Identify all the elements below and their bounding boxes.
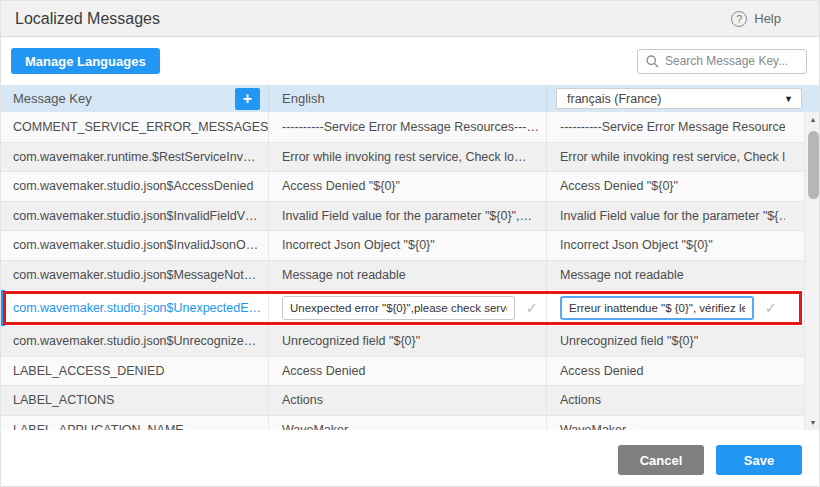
english-value-cell: Invalid Field value for the parameter "$… — [269, 202, 547, 231]
manage-languages-button[interactable]: Manage Languages — [11, 48, 160, 74]
table-row[interactable]: com.wavemaker.studio.json$UnexpectedE…✓✓ — [1, 289, 820, 326]
language-select[interactable]: français (France) ▼ — [556, 88, 802, 109]
message-key-cell: com.wavemaker.studio.json$UnexpectedE… — [1, 290, 269, 326]
table-row[interactable]: LABEL_ACCESS_DENIEDAccess DeniedAccess D… — [1, 356, 820, 386]
french-value-cell: Error while invoking rest service, Check… — [547, 143, 785, 172]
english-value-cell: WaveMaker — [269, 416, 547, 431]
french-value-cell: ----------Service Error Message Resource… — [547, 112, 785, 142]
table-row[interactable]: COMMENT_SERVICE_ERROR_MESSAGES----------… — [1, 112, 820, 142]
key-column-header-cell: Message Key + — [1, 85, 269, 112]
french-value-cell: Invalid Field value for the parameter "$… — [547, 202, 785, 231]
english-column-header-cell: English — [269, 85, 547, 112]
scroll-down-button[interactable]: ▼ — [805, 415, 820, 430]
rows-container: COMMENT_SERVICE_ERROR_MESSAGES----------… — [1, 112, 820, 430]
english-value-cell: Unrecognized field "${0}" — [269, 327, 547, 356]
french-value-cell: Unrecognized field "${0}" — [547, 327, 785, 356]
english-value-cell: Error while invoking rest service, Check… — [269, 143, 547, 172]
table-row[interactable]: com.wavemaker.studio.json$Unrecognize…Un… — [1, 326, 820, 356]
french-edit-input[interactable] — [560, 296, 754, 320]
table-row[interactable]: LABEL_APPLICATION_NAMEWaveMakerWaveMaker — [1, 415, 820, 431]
table-header: Message Key + English français (France) … — [1, 85, 820, 112]
title-bar: Localized Messages ? Help — [1, 1, 820, 37]
message-key-cell: com.wavemaker.studio.json$AccessDenied — [1, 172, 269, 201]
french-value-cell: Message not readable — [547, 261, 785, 290]
scroll-up-button[interactable]: ▲ — [805, 112, 820, 127]
french-value-cell: Access Denied — [547, 357, 785, 386]
english-value-cell: Actions — [269, 386, 547, 415]
table-row[interactable]: com.wavemaker.studio.json$MessageNot…Mes… — [1, 260, 820, 290]
english-column-header: English — [282, 91, 325, 106]
localized-messages-dialog: Localized Messages ? Help Manage Languag… — [1, 1, 820, 487]
selected-row-indicator — [1, 290, 5, 326]
french-value-cell: Access Denied "${0}" — [547, 172, 785, 201]
page-title: Localized Messages — [15, 10, 160, 28]
message-key-cell: com.wavemaker.studio.json$Unrecognize… — [1, 327, 269, 356]
confirm-english-icon[interactable]: ✓ — [521, 299, 542, 317]
add-language-button[interactable]: + — [235, 88, 260, 110]
footer: Cancel Save — [1, 430, 820, 487]
plus-icon: + — [243, 90, 252, 107]
scrollbar[interactable]: ▲ ▼ — [804, 112, 820, 430]
toolbar: Manage Languages — [1, 37, 820, 85]
message-key-cell: com.wavemaker.studio.json$MessageNot… — [1, 261, 269, 290]
chevron-down-icon: ▼ — [784, 94, 793, 104]
french-value-cell: Actions — [547, 386, 785, 415]
message-key-cell: LABEL_ACCESS_DENIED — [1, 357, 269, 386]
table-row[interactable]: com.wavemaker.runtime.$RestServiceInv…Er… — [1, 142, 820, 172]
french-value-cell: Incorrect Json Object "${0}" — [547, 231, 785, 260]
help-icon: ? — [731, 11, 747, 27]
message-key-cell: com.wavemaker.studio.json$InvalidFieldV… — [1, 202, 269, 231]
table-row[interactable]: com.wavemaker.studio.json$InvalidJsonO…I… — [1, 230, 820, 260]
message-key-cell: LABEL_APPLICATION_NAME — [1, 416, 269, 431]
table-row[interactable]: com.wavemaker.studio.json$AccessDeniedAc… — [1, 171, 820, 201]
save-button[interactable]: Save — [716, 445, 802, 475]
table-row[interactable]: LABEL_ACTIONSActionsActions — [1, 385, 820, 415]
english-value-cell: ----------Service Error Message Resource… — [269, 112, 547, 142]
search-input[interactable] — [665, 54, 798, 68]
key-column-header: Message Key — [13, 91, 92, 106]
french-edit-cell: ✓ — [547, 290, 785, 326]
help-button[interactable]: ? Help — [731, 11, 781, 27]
language-column-header-cell: français (France) ▼ — [547, 85, 820, 112]
table-body: COMMENT_SERVICE_ERROR_MESSAGES----------… — [1, 112, 820, 430]
english-value-cell: Access Denied — [269, 357, 547, 386]
search-box — [637, 49, 807, 74]
cancel-button[interactable]: Cancel — [618, 445, 704, 475]
english-value-cell: Message not readable — [269, 261, 547, 290]
english-value-cell: Incorrect Json Object "${0}" — [269, 231, 547, 260]
language-select-value: français (France) — [567, 92, 661, 106]
english-value-cell: Access Denied "${0}" — [269, 172, 547, 201]
search-icon — [646, 55, 659, 68]
help-label: Help — [754, 11, 781, 26]
message-key-cell: LABEL_ACTIONS — [1, 386, 269, 415]
message-key-cell: com.wavemaker.studio.json$InvalidJsonO… — [1, 231, 269, 260]
message-key-cell: COMMENT_SERVICE_ERROR_MESSAGES — [1, 112, 269, 142]
english-edit-input[interactable] — [282, 296, 515, 320]
english-edit-cell: ✓ — [269, 290, 547, 326]
confirm-french-icon[interactable]: ✓ — [760, 299, 781, 317]
scroll-thumb[interactable] — [808, 131, 819, 199]
message-key-cell: com.wavemaker.runtime.$RestServiceInv… — [1, 143, 269, 172]
french-value-cell: WaveMaker — [547, 416, 785, 431]
scroll-track[interactable] — [805, 127, 820, 415]
table-row[interactable]: com.wavemaker.studio.json$InvalidFieldV…… — [1, 201, 820, 231]
